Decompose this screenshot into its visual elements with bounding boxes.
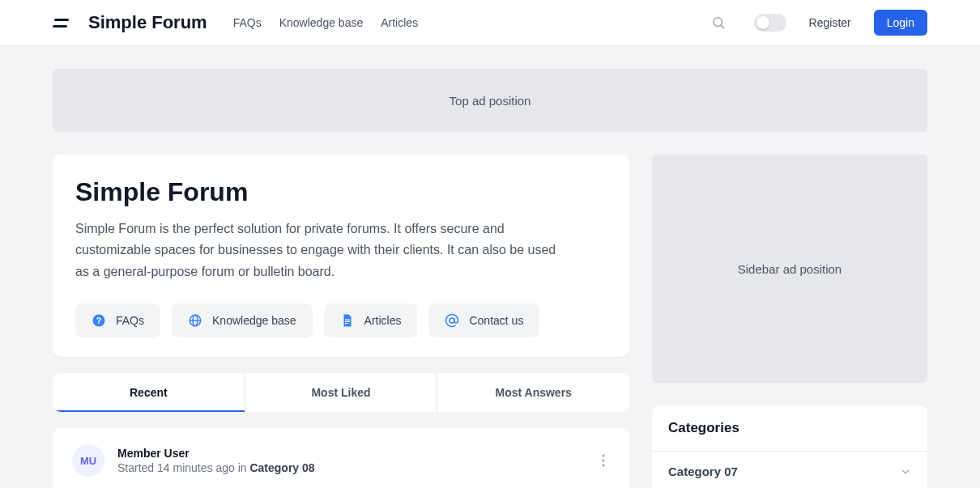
document-icon bbox=[340, 313, 355, 328]
register-link[interactable]: Register bbox=[809, 16, 851, 29]
hero-button-articles[interactable]: Articles bbox=[324, 303, 418, 337]
hero-button-faqs[interactable]: ? FAQs bbox=[75, 303, 160, 337]
hero-card: Simple Forum Simple Forum is the perfect… bbox=[53, 155, 629, 357]
login-button[interactable]: Login bbox=[874, 10, 927, 36]
hero-button-label: FAQs bbox=[116, 314, 144, 327]
category-name: Category 07 bbox=[668, 465, 738, 478]
nav-faqs[interactable]: FAQs bbox=[233, 16, 262, 29]
svg-point-11 bbox=[603, 455, 605, 457]
categories-title: Categories bbox=[652, 405, 927, 452]
hero-button-label: Knowledge base bbox=[212, 314, 296, 327]
more-options-icon[interactable] bbox=[597, 449, 610, 472]
chevron-down-icon bbox=[900, 466, 911, 477]
nav-knowledge-base[interactable]: Knowledge base bbox=[279, 16, 364, 29]
search-icon[interactable] bbox=[705, 10, 731, 36]
category-item[interactable]: Category 07 bbox=[652, 452, 927, 488]
brand-logo[interactable]: Simple Forum bbox=[88, 12, 207, 33]
hero-description: Simple Forum is the perfect solution for… bbox=[75, 219, 569, 282]
svg-text:?: ? bbox=[96, 316, 101, 325]
menu-icon[interactable] bbox=[53, 19, 69, 28]
hero-button-knowledge-base[interactable]: Knowledge base bbox=[172, 303, 313, 337]
hero-button-label: Articles bbox=[364, 314, 402, 327]
question-circle-icon: ? bbox=[92, 313, 106, 328]
hero-title: Simple Forum bbox=[75, 177, 607, 207]
topic-tabs: Recent Most Liked Most Answers bbox=[53, 373, 629, 412]
tab-most-liked[interactable]: Most Liked bbox=[245, 373, 438, 412]
main-column: Simple Forum Simple Forum is the perfect… bbox=[53, 155, 629, 488]
hero-button-contact[interactable]: Contact us bbox=[428, 303, 539, 337]
topic-subline: Started 14 minutes ago in Category 08 bbox=[117, 461, 315, 474]
svg-point-13 bbox=[603, 465, 605, 467]
topic-time: 14 minutes ago bbox=[157, 461, 235, 474]
top-ad-banner: Top ad position bbox=[53, 69, 927, 132]
tab-recent[interactable]: Recent bbox=[53, 373, 245, 412]
in-label: in bbox=[235, 461, 250, 474]
started-label: Started bbox=[117, 461, 157, 474]
app-header: Simple Forum FAQs Knowledge base Article… bbox=[0, 0, 980, 46]
at-sign-icon bbox=[445, 313, 459, 328]
sidebar: Sidebar ad position Categories Category … bbox=[652, 155, 927, 488]
svg-line-1 bbox=[721, 25, 723, 28]
topic-row[interactable]: MU Member User Started 14 minutes ago in… bbox=[53, 428, 629, 488]
tab-most-answers[interactable]: Most Answers bbox=[437, 373, 629, 412]
sidebar-ad-banner: Sidebar ad position bbox=[652, 155, 927, 383]
topic-author: Member User bbox=[117, 447, 315, 460]
svg-rect-7 bbox=[345, 320, 350, 320]
svg-rect-9 bbox=[345, 323, 348, 324]
topic-category-link[interactable]: Category 08 bbox=[249, 461, 314, 474]
globe-icon bbox=[188, 313, 202, 328]
primary-nav: FAQs Knowledge base Articles bbox=[233, 16, 418, 29]
svg-point-10 bbox=[450, 318, 454, 323]
avatar: MU bbox=[72, 444, 104, 477]
categories-card: Categories Category 07 bbox=[652, 405, 927, 488]
nav-articles[interactable]: Articles bbox=[381, 16, 418, 29]
svg-rect-8 bbox=[345, 321, 350, 322]
svg-point-12 bbox=[603, 460, 605, 462]
hero-button-label: Contact us bbox=[469, 314, 523, 327]
theme-toggle[interactable] bbox=[754, 14, 786, 32]
topic-meta: Member User Started 14 minutes ago in Ca… bbox=[117, 447, 315, 474]
